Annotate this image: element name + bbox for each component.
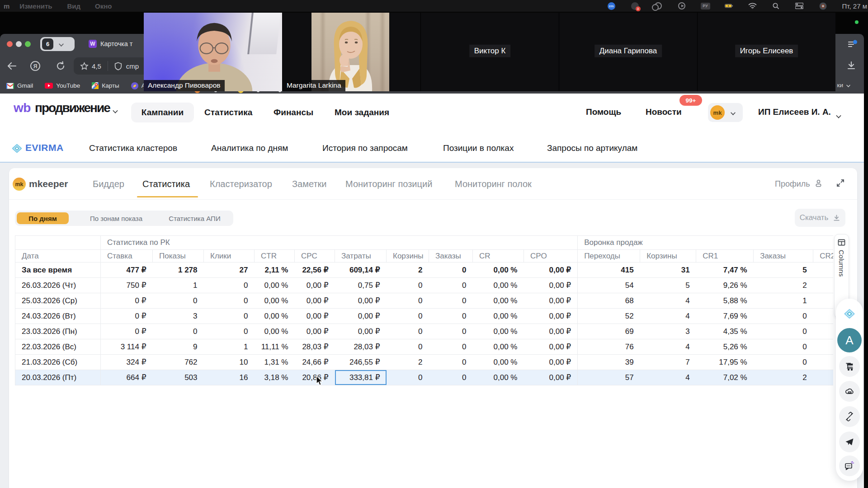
search-icon[interactable] — [772, 2, 780, 10]
menu-window[interactable]: Окно — [95, 2, 112, 10]
table-cell[interactable]: 2,11 % — [255, 263, 295, 278]
bookmark-gmail[interactable]: Gmail — [6, 82, 33, 89]
table-cell[interactable]: 3 — [153, 309, 204, 324]
table-cell[interactable]: 0,00 ₽ — [524, 324, 578, 339]
table-cell[interactable]: 27 — [204, 263, 255, 278]
table-cell[interactable]: 4 — [640, 293, 696, 309]
table-cell[interactable]: 3,18 % — [255, 370, 295, 385]
bookmark-youtube[interactable]: YouTube — [45, 82, 80, 89]
nav-item-finance[interactable]: Финансы — [274, 103, 313, 122]
participant-tile[interactable]: Диана Гарипова — [559, 13, 697, 91]
participant-tile[interactable]: Виктор К — [420, 13, 559, 91]
table-cell[interactable]: 4 — [640, 370, 696, 385]
table-cell[interactable]: 20,86 ₽ — [295, 370, 335, 385]
back-icon[interactable] — [6, 61, 17, 71]
ev-nav-articles[interactable]: Запросы по артикулам — [547, 143, 637, 153]
table-row[interactable]: За все время477 ₽1 278272,11 %22,56 ₽609… — [15, 263, 834, 278]
table-cell[interactable]: 23.03.2026 (Пн) — [15, 324, 101, 339]
table-cell[interactable]: 0,00 ₽ — [524, 278, 578, 293]
play-status-icon[interactable] — [678, 2, 686, 10]
control-center-icon[interactable] — [795, 2, 804, 10]
evirma-brand[interactable]: EVIRMA — [25, 142, 64, 153]
table-cell[interactable]: 25.03.2026 (Ср) — [15, 293, 101, 309]
table-cell[interactable]: 28,03 ₽ — [295, 339, 335, 355]
table-cell[interactable]: 0 — [387, 324, 429, 339]
account-name[interactable]: ИП Елисеев И. А. — [758, 107, 831, 117]
table-cell[interactable]: 0,00 % — [473, 293, 524, 309]
adobe-cc-status-icon[interactable] — [654, 2, 663, 10]
table-cell[interactable]: 7,69 % — [696, 309, 754, 324]
table-cell[interactable]: 0 — [754, 324, 813, 339]
table-cell[interactable]: 22,56 ₽ — [295, 263, 335, 278]
table-cell[interactable]: 1 278 — [153, 263, 204, 278]
table-cell[interactable]: 0 — [153, 293, 204, 309]
table-cell[interactable] — [813, 263, 833, 278]
table-cell[interactable]: 0,00 ₽ — [524, 370, 578, 385]
table-cell[interactable]: 0 — [429, 355, 473, 370]
table-cell[interactable]: 0 — [387, 309, 429, 324]
table-cell[interactable]: 415 — [578, 263, 640, 278]
participant-tile[interactable]: Игорь Елисеев — [697, 13, 835, 91]
table-cell[interactable]: 5,26 % — [696, 339, 754, 355]
table-cell[interactable]: 0 — [204, 278, 255, 293]
table-row[interactable]: 26.03.2026 (Чт)750 ₽100,00 %0,00 ₽0,75 ₽… — [15, 278, 834, 293]
table-cell[interactable]: 1 — [754, 293, 813, 309]
table-cell[interactable]: 609,14 ₽ — [335, 263, 387, 278]
table-row[interactable]: 22.03.2026 (Вс)3 114 ₽9111,11 %28,03 ₽28… — [15, 339, 834, 355]
mkeeper-tab-shelf-monitoring[interactable]: Мониторинг полок — [455, 179, 532, 189]
table-cell[interactable]: 0 — [754, 339, 813, 355]
table-cell[interactable] — [813, 293, 833, 309]
table-cell[interactable]: 0,00 ₽ — [335, 309, 387, 324]
fullscreen-expand-icon[interactable] — [836, 178, 845, 188]
table-cell[interactable]: 28,03 ₽ — [335, 339, 387, 355]
downloads-icon[interactable] — [845, 60, 857, 71]
wifi-icon[interactable] — [748, 2, 757, 10]
table-cell[interactable] — [813, 309, 833, 324]
view-tab-api-stats[interactable]: Статистика АПИ — [158, 211, 231, 226]
evirma-extension-icon[interactable] — [844, 308, 856, 320]
table-cell[interactable]: 762 — [153, 355, 204, 370]
table-cell[interactable] — [813, 370, 833, 385]
table-cell[interactable]: 7 — [640, 355, 696, 370]
view-tab-by-zones[interactable]: По зонам показа — [75, 211, 158, 226]
table-cell[interactable]: 76 — [578, 339, 640, 355]
nav-item-campaigns[interactable]: Кампании — [131, 103, 194, 122]
table-cell[interactable]: 2 — [387, 355, 429, 370]
view-tab-by-days[interactable]: По дням — [17, 212, 69, 224]
menu-bar-clock[interactable]: Пт, 27 м — [842, 2, 868, 10]
participant-tile[interactable]: Margarita Larkina — [282, 13, 420, 91]
table-row[interactable]: 23.03.2026 (Пн)0 ₽000,00 %0,00 ₽0,00 ₽00… — [15, 324, 834, 339]
table-cell[interactable]: 477 ₽ — [101, 263, 153, 278]
table-cell[interactable]: 0,00 ₽ — [295, 293, 335, 309]
table-cell[interactable]: 2 — [387, 263, 429, 278]
table-cell[interactable]: 750 ₽ — [101, 278, 153, 293]
table-cell[interactable]: 0 — [429, 370, 473, 385]
table-cell[interactable]: 57 — [578, 370, 640, 385]
table-cell[interactable]: 69 — [578, 324, 640, 339]
table-cell[interactable]: 3 — [640, 324, 696, 339]
table-cell[interactable]: 22.03.2026 (Вс) — [15, 339, 101, 355]
table-cell[interactable]: 0 ₽ — [101, 309, 153, 324]
table-cell[interactable]: 0 — [429, 339, 473, 355]
table-cell[interactable]: 7,02 % — [696, 370, 754, 385]
table-cell[interactable]: 0,00 % — [473, 355, 524, 370]
table-cell[interactable]: 0,00 % — [473, 324, 524, 339]
table-cell[interactable]: 0 — [204, 324, 255, 339]
help-link[interactable]: Помощь — [586, 107, 621, 117]
table-row[interactable]: 25.03.2026 (Ср)0 ₽000,00 %0,00 ₽0,00 ₽00… — [15, 293, 834, 309]
table-cell[interactable]: 5,88 % — [696, 293, 754, 309]
cart-tool-icon[interactable] — [839, 356, 860, 377]
table-cell[interactable]: 24,66 ₽ — [295, 355, 335, 370]
tab-counter-button[interactable]: 6 — [40, 37, 75, 51]
window-minimize-button[interactable] — [16, 41, 22, 47]
account-avatar-button[interactable]: mk — [708, 103, 743, 122]
browser-status-icon[interactable] — [819, 2, 827, 10]
table-cell[interactable]: 0,00 ₽ — [335, 324, 387, 339]
profile-link[interactable]: Профиль — [775, 179, 810, 189]
table-cell[interactable]: 24.03.2026 (Вт) — [15, 309, 101, 324]
table-cell[interactable]: 0 — [429, 324, 473, 339]
table-cell[interactable]: 1,31 % — [255, 355, 295, 370]
table-row[interactable]: 24.03.2026 (Вт)0 ₽300,00 %0,00 ₽0,00 ₽00… — [15, 309, 834, 324]
ev-nav-daily[interactable]: Аналитика по дням — [211, 143, 288, 153]
table-cell[interactable]: 54 — [578, 278, 640, 293]
